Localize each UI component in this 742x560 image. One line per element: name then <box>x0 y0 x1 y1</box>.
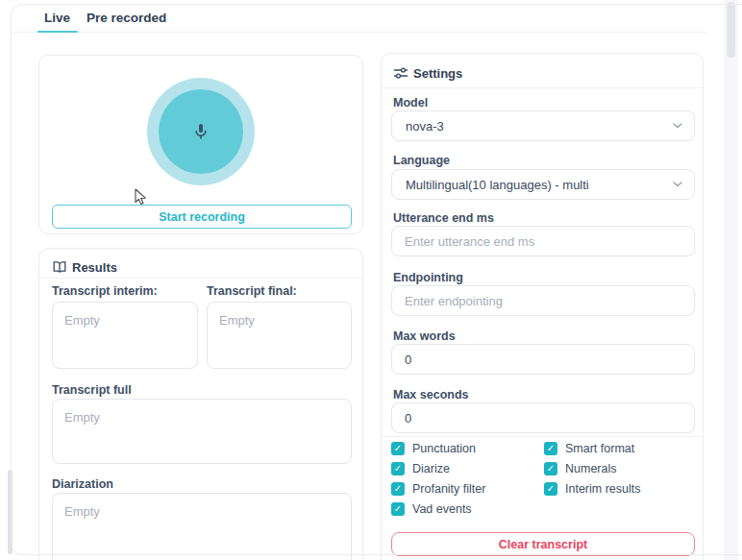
checkbox-diarize[interactable]: Diarize <box>391 462 544 475</box>
active-tab-indicator <box>37 31 78 33</box>
results-card: Results Transcript interim: Transcript f… <box>38 248 363 560</box>
open-book-icon <box>52 259 67 275</box>
clear-transcript-button[interactable]: Clear transcript <box>391 532 695 556</box>
check-icon <box>391 462 405 475</box>
transcript-interim-label: Transcript interim: <box>52 284 158 298</box>
tabs-divider <box>12 32 706 33</box>
settings-header-divider <box>382 87 703 88</box>
start-recording-button[interactable]: Start recording <box>52 205 352 229</box>
mouse-cursor <box>135 188 147 206</box>
transcript-final-label: Transcript final: <box>207 284 297 298</box>
left-scrollbar-thumb[interactable] <box>8 470 12 554</box>
check-icon <box>544 442 557 455</box>
check-icon <box>544 462 557 475</box>
transcript-final-empty: Empty <box>208 303 351 338</box>
microphone-icon <box>190 121 211 142</box>
language-select-value: Multilingual(10 languages) - multi <box>406 178 673 192</box>
transcript-interim-empty: Empty <box>53 303 197 338</box>
checkbox-interim-results[interactable]: Interim results <box>544 482 695 496</box>
max-seconds-input[interactable] <box>391 402 695 433</box>
model-label: Model <box>393 96 428 110</box>
tab-live[interactable]: Live <box>44 11 70 25</box>
transcript-final-box[interactable]: Empty <box>207 302 352 369</box>
endpointing-input[interactable] <box>391 285 695 316</box>
transcript-full-label: Transcript full <box>52 383 132 397</box>
tab-pre-recorded[interactable]: Pre recorded <box>87 11 166 25</box>
model-select[interactable]: nova-3 <box>391 110 695 141</box>
check-icon <box>391 442 405 455</box>
transcript-full-box[interactable]: Empty <box>52 399 352 464</box>
settings-card: Settings Model nova-3 Language Multiling… <box>381 53 704 560</box>
checkbox-label: Interim results <box>565 482 641 496</box>
settings-title: Settings <box>413 66 462 81</box>
transcript-full-empty: Empty <box>53 400 351 435</box>
utterance-end-ms-input[interactable] <box>391 226 695 256</box>
right-scrollbar-track[interactable] <box>724 0 738 560</box>
checkbox-profanity-filter[interactable]: Profanity filter <box>391 482 544 496</box>
right-scrollbar-thumb[interactable] <box>727 2 735 58</box>
chevron-down-icon <box>673 123 682 129</box>
endpointing-label: Endpointing <box>393 271 463 284</box>
options-checkbox-grid: Punctuation Smart format Diarize Numeral… <box>391 442 695 516</box>
checkbox-label: Vad events <box>412 502 472 516</box>
max-words-input[interactable] <box>391 344 695 375</box>
checkbox-vad-events[interactable]: Vad events <box>391 502 544 516</box>
mic-button[interactable] <box>159 89 243 174</box>
checkbox-label: Punctuation <box>412 442 476 455</box>
check-icon <box>544 482 557 496</box>
utterance-end-ms-label: Utterance end ms <box>393 211 494 225</box>
checkbox-label: Diarize <box>412 462 450 475</box>
recorder-card: Start recording <box>38 55 363 234</box>
checkbox-numerals[interactable]: Numerals <box>544 462 695 475</box>
diarization-label: Diarization <box>52 477 113 491</box>
language-select[interactable]: Multilingual(10 languages) - multi <box>391 169 695 200</box>
chevron-down-icon <box>673 182 682 187</box>
model-select-value: nova-3 <box>406 119 673 134</box>
checkbox-punctuation[interactable]: Punctuation <box>391 442 544 455</box>
max-words-label: Max words <box>393 329 456 343</box>
diarization-box[interactable]: Empty <box>52 493 352 560</box>
checkbox-label: Profanity filter <box>412 482 485 496</box>
checkbox-label: Smart format <box>565 442 634 455</box>
sliders-icon <box>393 65 408 81</box>
check-icon <box>391 482 405 496</box>
diarization-empty: Empty <box>53 494 351 529</box>
settings-options-divider <box>382 436 703 437</box>
language-label: Language <box>393 154 450 167</box>
check-icon <box>391 502 405 516</box>
max-seconds-label: Max seconds <box>393 388 469 402</box>
results-title: Results <box>72 260 117 275</box>
transcript-interim-box[interactable]: Empty <box>52 302 198 369</box>
results-header-divider <box>39 278 362 279</box>
live-transcription-app: Live Pre recorded Start recording Result… <box>0 0 742 560</box>
checkbox-smart-format[interactable]: Smart format <box>544 442 695 455</box>
checkbox-label: Numerals <box>565 462 617 475</box>
